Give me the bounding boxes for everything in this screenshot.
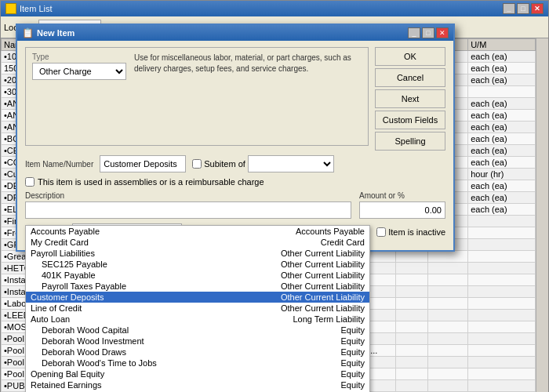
assembly-check-row: This item is used in assemblies or is a … (25, 177, 445, 187)
account-popup-item[interactable]: Line of CreditOther Current Liability (26, 303, 369, 314)
cancel-button[interactable]: Cancel (375, 68, 445, 87)
account-type: Other Current Liability (281, 281, 365, 291)
account-type: Equity (340, 325, 365, 335)
account-popup-item[interactable]: Deborah Wood InvestmentEquity (26, 336, 369, 347)
item-name-input[interactable] (100, 155, 186, 172)
account-popup: Accounts PayableAccounts PayableMy Credi… (25, 225, 370, 392)
account-name: Payroll Liabilities (31, 249, 195, 258)
type-label: Type (32, 53, 126, 61)
desc-amount-row: Description Amount or % (25, 191, 445, 219)
col-um: U/M (468, 39, 536, 51)
account-type: Equity (340, 380, 365, 390)
account-popup-item[interactable]: Deborah Wood DrawsEquity (26, 347, 369, 358)
account-type: Credit Card (321, 238, 365, 247)
item-name-label: Item Name/Number (25, 160, 93, 169)
account-popup-item[interactable]: My Credit CardCredit Card (26, 237, 369, 248)
account-popup-item[interactable]: Auto LoanLong Term Liability (26, 314, 369, 325)
item-name-section: Item Name/Number Subitem of (25, 155, 445, 172)
account-name: 401K Payable (42, 270, 206, 280)
assembly-checkbox[interactable] (25, 177, 35, 187)
custom-fields-button[interactable]: Custom Fields (375, 111, 445, 129)
dialog-body: Type Other Charge Use for miscellaneous … (17, 41, 453, 250)
account-popup-item[interactable]: SEC125 PayableOther Current Liability (26, 259, 369, 270)
account-popup-item[interactable]: Retained EarningsEquity (26, 379, 369, 390)
account-type: Other Current Liability (281, 303, 365, 313)
subitem-label: Subitem of (204, 159, 245, 169)
dialog-icon: 📋 (22, 27, 34, 38)
inactive-check-row: Item is inactive (376, 227, 445, 237)
close-button[interactable]: ✕ (531, 3, 544, 14)
dialog-titlebar: 📋 New Item _ □ ✕ (17, 25, 453, 41)
account-type: Other Current Liability (281, 249, 365, 258)
dialog-minimize[interactable]: _ (408, 27, 420, 38)
next-button[interactable]: Next (375, 89, 445, 108)
account-name: Deborah Wood Investment (42, 336, 206, 346)
account-type: Other Current Liability (281, 292, 365, 302)
assembly-label: This item is used in assemblies or is a … (38, 177, 264, 187)
account-name: Retained Earnings (31, 380, 195, 390)
item-list-title: Item List (20, 4, 53, 13)
account-popup-item[interactable]: Deborah Wood's Time to JobsEquity (26, 358, 369, 368)
account-popup-item[interactable]: Payroll LiabilitiesOther Current Liabili… (26, 248, 369, 259)
account-name: Deborah Wood Capital (42, 325, 206, 335)
inactive-checkbox[interactable] (376, 227, 386, 237)
item-list-icon (5, 3, 16, 14)
account-type: Other Current Liability (281, 260, 365, 269)
account-type: Other Current Liability (281, 270, 365, 280)
amount-label: Amount or % (359, 191, 445, 200)
type-section: Type Other Charge Use for miscellaneous … (25, 47, 369, 146)
amount-input[interactable] (359, 201, 445, 219)
account-type: Equity (340, 358, 365, 368)
account-popup-item[interactable]: Customer DepositsOther Current Liability (26, 292, 369, 303)
desc-label: Description (25, 191, 351, 200)
account-name: Line of Credit (31, 303, 195, 313)
account-type: Equity (340, 347, 365, 357)
minimize-button[interactable]: _ (503, 3, 515, 14)
account-name: Accounts Payable (31, 227, 195, 236)
subitem-checkbox[interactable] (192, 159, 202, 169)
scrollbar[interactable] (536, 38, 548, 392)
account-popup-item[interactable]: Opening Bal EquityEquity (26, 368, 369, 379)
account-name: Deborah Wood's Time to Jobs (42, 358, 206, 368)
account-name: Customer Deposits (31, 292, 195, 302)
item-list-titlebar: Item List _ □ ✕ (1, 1, 548, 16)
account-popup-item[interactable]: 401K PayableOther Current Liability (26, 270, 369, 281)
dialog-maximize[interactable]: □ (422, 27, 434, 38)
inactive-label: Item is inactive (388, 227, 445, 237)
account-name: Payroll Taxes Payable (42, 281, 206, 291)
account-popup-item[interactable]: Payroll Taxes PayableOther Current Liabi… (26, 281, 369, 292)
subitem-check: Subitem of (192, 155, 334, 172)
desc-input[interactable] (25, 201, 351, 219)
account-name: SEC125 Payable (42, 260, 206, 269)
dialog-title: New Item (37, 28, 75, 38)
action-buttons-group: OK Cancel Next Custom Fields Spelling (375, 47, 445, 151)
subitem-dropdown[interactable] (248, 155, 334, 172)
dialog-close[interactable]: ✕ (436, 27, 449, 38)
account-name: My Credit Card (31, 238, 195, 247)
account-name: Opening Bal Equity (31, 369, 195, 379)
ok-button[interactable]: OK (375, 47, 445, 66)
account-popup-item[interactable]: Deborah Wood CapitalEquity (26, 325, 369, 336)
account-type: Accounts Payable (296, 227, 365, 236)
new-item-dialog: 📋 New Item _ □ ✕ Type Other Charge Use f… (16, 24, 455, 252)
account-popup-item[interactable]: Accounts PayableAccounts Payable (26, 226, 369, 237)
account-type: Equity (340, 369, 365, 379)
maximize-button[interactable]: □ (517, 3, 529, 14)
account-type: Long Term Liability (293, 314, 365, 324)
type-description: Use for miscellaneous labor, material, o… (134, 53, 354, 74)
account-name: Auto Loan (31, 314, 195, 324)
account-name: Deborah Wood Draws (42, 347, 206, 357)
spelling-button[interactable]: Spelling (375, 132, 445, 151)
type-dropdown[interactable]: Other Charge (32, 63, 126, 80)
account-type: Equity (340, 336, 365, 346)
